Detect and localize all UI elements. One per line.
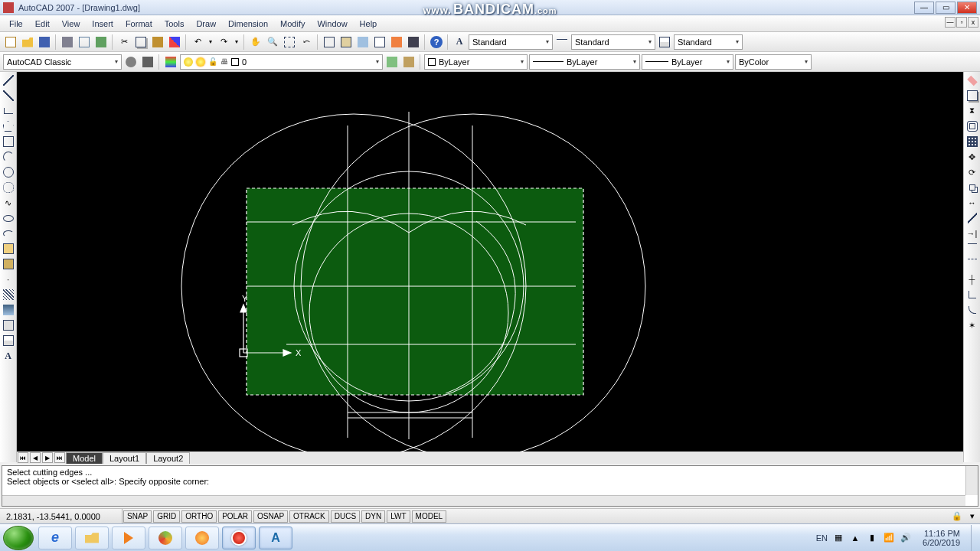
color-dropdown[interactable]: ByLayer▾ xyxy=(424,54,528,70)
menu-draw[interactable]: Draw xyxy=(190,18,222,30)
tray-lang[interactable]: EN xyxy=(816,533,828,543)
close-button[interactable]: ✕ xyxy=(957,2,977,14)
lwt-toggle[interactable]: LWT xyxy=(387,510,410,523)
tab-layout1[interactable]: Layout1 xyxy=(103,452,146,464)
textstyle-icon[interactable]: A xyxy=(452,34,467,50)
ducs-toggle[interactable]: DUCS xyxy=(331,510,360,523)
design-center-icon[interactable] xyxy=(338,34,354,50)
polar-toggle[interactable]: POLAR xyxy=(218,510,252,523)
layer-prev-icon[interactable] xyxy=(384,54,400,70)
maximize-button[interactable]: ▭ xyxy=(936,2,956,14)
mtext-tool-icon[interactable]: A xyxy=(2,349,15,363)
linetype-dropdown[interactable]: ByLayer▾ xyxy=(529,54,640,70)
otrack-toggle[interactable]: OTRACK xyxy=(289,510,329,523)
workspace-lock-icon[interactable] xyxy=(140,54,155,70)
dimstyle-dropdown[interactable]: Standard▾ xyxy=(571,34,655,50)
menu-file[interactable]: File xyxy=(3,18,29,30)
tablestyle-icon[interactable] xyxy=(657,34,672,50)
menu-tools[interactable]: Tools xyxy=(158,18,191,30)
menu-edit[interactable]: Edit xyxy=(29,18,56,30)
point-tool-icon[interactable]: · xyxy=(2,272,15,286)
stretch-tool-icon[interactable]: ↔ xyxy=(965,196,979,210)
menu-dimension[interactable]: Dimension xyxy=(222,18,274,30)
quickcalc-icon[interactable] xyxy=(406,34,421,50)
menu-view[interactable]: View xyxy=(56,18,87,30)
status-annoscale-icon[interactable]: 🔒 xyxy=(949,509,965,524)
break-at-point-icon[interactable] xyxy=(965,242,979,256)
taskbar-app1-icon[interactable] xyxy=(149,527,182,549)
layer-states-icon[interactable] xyxy=(401,54,416,70)
polygon-tool-icon[interactable] xyxy=(2,119,15,133)
sheet-set-icon[interactable] xyxy=(372,34,387,50)
publish-icon[interactable] xyxy=(93,34,109,50)
save-icon[interactable] xyxy=(37,34,52,50)
ellipse-arc-icon[interactable] xyxy=(2,227,15,240)
spline-tool-icon[interactable]: ∿ xyxy=(2,196,15,210)
table-tool-icon[interactable] xyxy=(2,334,15,347)
layer-manager-icon[interactable] xyxy=(163,54,178,70)
mirror-tool-icon[interactable]: ⧗ xyxy=(965,104,979,118)
circle-tool-icon[interactable] xyxy=(2,165,15,179)
undo-icon[interactable]: ↶ xyxy=(190,34,205,50)
layer-dropdown[interactable]: 🔓 🖶 0 ▾ xyxy=(180,54,383,70)
doc-close-button[interactable]: x xyxy=(968,17,978,28)
explode-tool-icon[interactable]: ✶ xyxy=(965,318,979,332)
command-vscroll[interactable] xyxy=(965,466,978,495)
insert-block-icon[interactable] xyxy=(2,242,15,256)
gradient-tool-icon[interactable] xyxy=(2,303,15,317)
taskbar-ie-icon[interactable]: e xyxy=(38,527,72,549)
tray-up-icon[interactable]: ▲ xyxy=(849,532,861,544)
redo-icon[interactable]: ↷ xyxy=(216,34,231,50)
properties-icon[interactable] xyxy=(322,34,337,50)
grid-toggle[interactable]: GRID xyxy=(153,510,180,523)
fillet-tool-icon[interactable] xyxy=(965,303,979,317)
workspace-dropdown[interactable]: AutoCAD Classic▾ xyxy=(3,54,122,70)
move-tool-icon[interactable]: ✥ xyxy=(965,150,979,164)
lineweight-dropdown[interactable]: ByLayer▾ xyxy=(642,54,733,70)
match-prop-icon[interactable] xyxy=(167,34,182,50)
pan-icon[interactable]: ✋ xyxy=(248,34,263,50)
construction-line-icon[interactable] xyxy=(2,89,15,103)
start-button[interactable] xyxy=(3,526,34,550)
workspace-settings-icon[interactable] xyxy=(123,54,139,70)
copy-icon[interactable] xyxy=(133,34,149,50)
print-icon[interactable] xyxy=(60,34,75,50)
menu-help[interactable]: Help xyxy=(354,18,384,30)
textstyle-dropdown[interactable]: Standard▾ xyxy=(469,34,553,50)
doc-minimize-button[interactable]: — xyxy=(945,17,956,28)
rectangle-tool-icon[interactable] xyxy=(2,135,15,148)
zoom-realtime-icon[interactable]: 🔍 xyxy=(265,34,280,50)
command-window[interactable]: Select cutting edges ... Select objects … xyxy=(2,465,978,507)
taskbar-bandicam-icon[interactable] xyxy=(222,527,256,549)
command-hscroll[interactable] xyxy=(2,495,965,506)
array-tool-icon[interactable] xyxy=(965,135,979,148)
ellipse-tool-icon[interactable] xyxy=(2,211,15,225)
help-icon[interactable]: ? xyxy=(429,34,444,50)
tab-layout2[interactable]: Layout2 xyxy=(146,452,190,464)
status-tray-icon[interactable]: ▾ xyxy=(965,509,980,524)
line-tool-icon[interactable] xyxy=(2,73,15,87)
dimstyle-icon[interactable] xyxy=(554,34,570,50)
menu-insert[interactable]: Insert xyxy=(86,18,119,30)
markup-icon[interactable] xyxy=(389,34,404,50)
offset-tool-icon[interactable] xyxy=(965,119,979,133)
menu-window[interactable]: Window xyxy=(311,18,353,30)
copy-tool-icon[interactable] xyxy=(965,89,979,103)
dyn-toggle[interactable]: DYN xyxy=(361,510,385,523)
taskbar-app2-icon[interactable] xyxy=(185,527,219,549)
tray-battery-icon[interactable]: ▮ xyxy=(866,532,878,544)
revcloud-tool-icon[interactable] xyxy=(2,181,15,194)
tray-volume-icon[interactable]: 🔊 xyxy=(900,532,912,544)
scale-tool-icon[interactable] xyxy=(965,181,979,194)
taskbar-autocad-icon[interactable]: A xyxy=(259,527,292,549)
zoom-prev-icon[interactable]: ⤺ xyxy=(299,34,314,50)
osnap-toggle[interactable]: OSNAP xyxy=(253,510,288,523)
cut-icon[interactable]: ✂ xyxy=(116,34,132,50)
show-desktop-button[interactable] xyxy=(971,525,977,551)
ortho-toggle[interactable]: ORTHO xyxy=(181,510,217,523)
plot-preview-icon[interactable] xyxy=(77,34,92,50)
redo-drop-icon[interactable]: ▾ xyxy=(233,34,240,50)
break-tool-icon[interactable] xyxy=(965,257,979,271)
open-icon[interactable] xyxy=(20,34,35,50)
tray-network-icon[interactable]: 📶 xyxy=(883,532,895,544)
